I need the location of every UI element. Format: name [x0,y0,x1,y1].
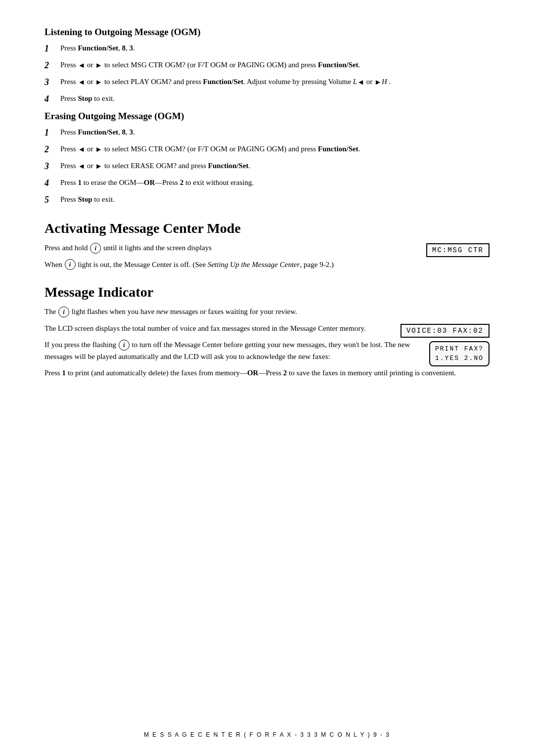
activating-section: Activating Message Center Mode MC:MSG CT… [44,221,490,270]
lcd-mc-msg-ctr: MC:MSG CTR [426,243,490,257]
step-number: 1 [44,126,58,139]
right-arrow-icon: ► [374,77,382,88]
right-arrow-icon: ► [95,77,102,88]
step-content: Press 1 to erase the OGM—OR—Press 2 to e… [60,177,490,188]
step-content: Press Stop to exit. [60,93,490,104]
erasing-step-5: 5 Press Stop to exit. [44,194,490,207]
erasing-step-3: 3 Press ◄ or ► to select ERASE OGM? and … [44,160,490,173]
left-arrow-icon: ◄ [78,161,85,172]
step-content: Press ◄ or ► to select PLAY OGM? and pre… [60,76,490,88]
lcd-display-3: PRINT FAX?1.YES 2.NO [429,341,490,366]
indicator-para4: Press 1 to print (and automatically dele… [44,367,490,379]
step-number: 1 [44,42,58,55]
msg-center-icon [90,243,101,254]
step-number: 3 [44,160,58,173]
indicator-title: Message Indicator [44,284,490,300]
left-arrow-icon: ◄ [78,60,85,71]
activating-para1: Press and hold until it lights and the s… [44,242,490,254]
listening-title: Listening to Outgoing Message (OGM) [44,27,490,38]
step-number: 3 [44,76,58,89]
erasing-step-4: 4 Press 1 to erase the OGM—OR—Press 2 to… [44,177,490,190]
lcd-print-fax: PRINT FAX?1.YES 2.NO [429,341,490,366]
indicator-para2-block: VOICE:03 FAX:02 The LCD screen displays … [44,323,490,339]
listening-step-1: 1 Press Function/Set, 8, 3. [44,43,490,55]
indicator-section: Message Indicator The light flashes when… [44,284,490,379]
msg-center-icon [119,340,130,351]
erasing-step-1: 1 Press Function/Set, 8, 3. [44,127,490,139]
activating-para1-block: MC:MSG CTR Press and hold until it light… [44,242,490,259]
msg-center-icon [58,307,69,317]
activating-title: Activating Message Center Mode [44,221,490,236]
indicator-para3: If you press the flashing to turn off th… [44,339,490,362]
erasing-steps: 1 Press Function/Set, 8, 3. 2 Press ◄ or… [44,127,490,207]
step-content: Press ◄ or ► to select MSG CTR OGM? (or … [60,143,490,155]
step-content: Press Function/Set, 8, 3. [60,43,490,54]
activating-para2: When light is out, the Message Center is… [44,259,490,271]
step-number: 5 [44,193,58,207]
erasing-title: Erasing Outgoing Message (OGM) [44,111,490,122]
step-number: 2 [44,143,58,156]
step-content: Press ◄ or ► to select ERASE OGM? and pr… [60,160,490,172]
listening-steps: 1 Press Function/Set, 8, 3. 2 Press ◄ or… [44,43,490,106]
left-arrow-icon: ◄ [78,144,85,155]
listening-step-4: 4 Press Stop to exit. [44,93,490,106]
step-number: 2 [44,59,58,72]
step-content: Press Stop to exit. [60,194,490,205]
step-content: Press Function/Set, 8, 3. [60,127,490,138]
msg-center-icon [65,259,76,270]
lcd-display-2: VOICE:03 FAX:02 [400,324,490,338]
right-arrow-icon: ► [95,144,102,155]
lcd-display-1: MC:MSG CTR [426,243,490,257]
indicator-para3-block: PRINT FAX?1.YES 2.NO If you press the fl… [44,339,490,367]
lcd-voice-fax: VOICE:03 FAX:02 [400,324,490,338]
listening-section: Listening to Outgoing Message (OGM) 1 Pr… [44,27,490,106]
left-arrow-icon: ◄ [357,77,364,88]
erasing-section: Erasing Outgoing Message (OGM) 1 Press F… [44,111,490,207]
erasing-step-2: 2 Press ◄ or ► to select MSG CTR OGM? (o… [44,143,490,156]
indicator-para1: The light flashes when you have new mess… [44,306,490,318]
page-footer: M E S S A G E C E N T E R ( F O R F A X … [0,731,534,738]
step-number: 4 [44,177,58,190]
listening-step-3: 3 Press ◄ or ► to select PLAY OGM? and p… [44,76,490,89]
step-number: 4 [44,92,58,106]
footer-text: M E S S A G E C E N T E R ( F O R F A X … [144,731,390,738]
listening-step-2: 2 Press ◄ or ► to select MSG CTR OGM? (o… [44,59,490,72]
right-arrow-icon: ► [95,60,102,71]
step-content: Press ◄ or ► to select MSG CTR OGM? (or … [60,59,490,71]
right-arrow-icon: ► [95,161,102,172]
left-arrow-icon: ◄ [78,77,85,88]
